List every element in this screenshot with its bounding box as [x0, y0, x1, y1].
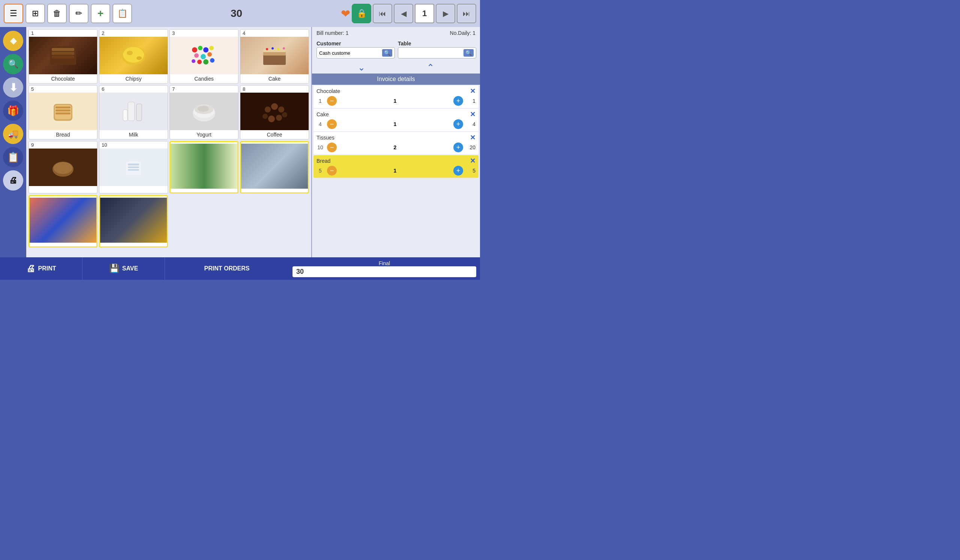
invoice-item-qty-tissues: 10 − 2 + 20	[317, 142, 475, 153]
right-panel: Bill number: 1 No.Daily: 1 Customer 🔍 Ta…	[311, 27, 480, 257]
print-icon: 🖨	[26, 263, 35, 274]
svg-point-45	[282, 112, 287, 117]
product-image-grocery	[171, 144, 237, 189]
svg-point-47	[54, 162, 72, 174]
qty-bread-num: 5	[317, 168, 324, 174]
add-button[interactable]: +	[91, 4, 110, 23]
table-field-group: Table 🔍	[398, 40, 476, 59]
delete-chocolate-button[interactable]: ✕	[470, 87, 475, 95]
qty-cake-plus[interactable]: +	[453, 119, 463, 129]
product-10[interactable]: 10	[99, 141, 168, 194]
svg-rect-32	[128, 102, 134, 121]
product-image-candies	[170, 37, 238, 74]
lock-icon[interactable]: 🔒	[352, 4, 371, 23]
qty-bread-minus[interactable]: −	[327, 166, 337, 176]
invoice-name-label: Chocolate	[317, 88, 340, 94]
arrow-up-button[interactable]: ⌃	[427, 62, 434, 73]
final-label: Final	[293, 260, 476, 266]
svg-point-14	[201, 54, 206, 59]
sidebar-item-diamond[interactable]: ◈	[3, 31, 23, 51]
svg-rect-34	[123, 110, 128, 121]
svg-point-12	[209, 46, 214, 50]
product-warehouse-cat[interactable]	[240, 141, 309, 194]
sidebar-item-clipboard[interactable]: 📋	[3, 147, 23, 167]
list-view-button[interactable]: ☰	[4, 4, 23, 23]
product-grocery-cat[interactable]	[170, 141, 238, 194]
favorites-icon[interactable]: ❤	[341, 7, 350, 20]
delete-tissues-button[interactable]: ✕	[470, 134, 475, 142]
qty-tissues-plus[interactable]: +	[453, 142, 463, 152]
svg-rect-29	[56, 107, 70, 109]
product-electronics-cat[interactable]	[99, 195, 168, 248]
product-chocolate[interactable]: 1 Chocolate	[29, 29, 98, 84]
svg-rect-31	[56, 112, 70, 114]
sidebar-item-truck[interactable]: 🚚	[3, 124, 23, 144]
product-number: 4	[240, 30, 309, 37]
svg-rect-2	[52, 52, 74, 55]
sidebar-item-search[interactable]: 🔍	[3, 54, 23, 74]
print-orders-button[interactable]: PRINT ORDERS	[165, 257, 289, 280]
qty-cake-minus[interactable]: −	[327, 119, 337, 129]
invoice-item-name-cake: Cake ✕	[317, 110, 475, 118]
product-bread[interactable]: 5 Bread	[29, 85, 98, 139]
product-candies[interactable]: 3 Candies	[170, 29, 238, 84]
product-number: 9	[29, 141, 97, 149]
product-milk[interactable]: 6 Milk	[99, 85, 168, 139]
svg-rect-4	[52, 59, 74, 62]
svg-point-13	[194, 53, 199, 58]
arrow-down-button[interactable]: ⌄	[358, 62, 365, 73]
print-label: PRINT	[38, 265, 56, 272]
copy-button[interactable]: 📋	[112, 4, 132, 23]
qty-cake-num: 4	[317, 121, 324, 127]
product-chipsy[interactable]: 2 Chipsy	[99, 29, 168, 84]
product-grid: 1 Chocolate 2 Chipsy 3	[29, 29, 309, 248]
left-sidebar: ◈ 🔍 ⬇ 🎁 🚚 📋 🖨	[0, 27, 26, 257]
nav-back-double[interactable]: ⏮	[373, 4, 392, 23]
grid-view-button[interactable]: ⊞	[26, 4, 45, 23]
svg-point-38	[198, 106, 209, 112]
product-clothing-cat[interactable]	[29, 195, 98, 248]
table-search-button[interactable]: 🔍	[464, 49, 474, 57]
qty-tissues-minus[interactable]: −	[327, 142, 337, 152]
delete-cake-button[interactable]: ✕	[470, 110, 475, 118]
nav-back[interactable]: ◀	[394, 4, 413, 23]
product-9[interactable]: 9	[29, 141, 98, 194]
qty-chocolate-minus[interactable]: −	[327, 96, 337, 106]
qty-chocolate-plus[interactable]: +	[453, 96, 463, 106]
product-image-electronics	[100, 198, 167, 243]
qty-bread-plus[interactable]: +	[453, 166, 463, 176]
product-image-9	[29, 149, 97, 186]
product-name-9	[62, 186, 64, 189]
save-button[interactable]: 💾 SAVE	[83, 257, 165, 280]
product-cake[interactable]: 4 Cake	[240, 29, 309, 84]
customer-table-row: Customer 🔍 Table 🔍	[312, 39, 480, 61]
customer-input[interactable]	[319, 50, 382, 56]
invoice-item-qty-cake: 4 − 1 + 4	[317, 118, 475, 130]
sidebar-item-register[interactable]: 🖨	[3, 170, 23, 190]
sidebar-item-download[interactable]: ⬇	[3, 77, 23, 98]
customer-search-button[interactable]: 🔍	[382, 49, 392, 57]
bill-number: Bill number: 1	[317, 30, 349, 36]
product-coffee[interactable]: 8 Coffee	[240, 85, 309, 139]
product-yogurt[interactable]: 7 Yogurt	[170, 85, 238, 139]
table-input[interactable]	[400, 50, 464, 56]
main-content: ◈ 🔍 ⬇ 🎁 🚚 📋 🖨 1 Chocolate 2 Chipsy	[0, 27, 480, 257]
nav-page-number: 1	[415, 4, 434, 23]
product-name-coffee: Coffee	[266, 130, 283, 139]
product-name-candies: Candies	[194, 74, 214, 83]
nav-forward[interactable]: ▶	[436, 4, 455, 23]
delete-bread-button[interactable]: ✕	[470, 157, 475, 165]
invoice-name-label: Tissues	[317, 134, 334, 141]
svg-rect-30	[56, 110, 70, 111]
sidebar-item-gift[interactable]: 🎁	[3, 101, 23, 121]
qty-tissues-unit: 2	[340, 144, 450, 150]
print-button[interactable]: 🖨 PRINT	[0, 257, 83, 280]
product-image-cake	[240, 37, 309, 74]
invoice-item-cake: Cake ✕ 4 − 1 + 4	[314, 109, 478, 131]
edit-button[interactable]: ✏	[69, 4, 88, 23]
svg-point-18	[203, 59, 208, 64]
trash-button[interactable]: 🗑	[47, 4, 67, 23]
nav-forward-double[interactable]: ⏭	[457, 4, 476, 23]
invoice-item-bread: Bread ✕ 5 − 1 + 5	[314, 155, 478, 178]
invoice-item-tissues: Tissues ✕ 10 − 2 + 20	[314, 132, 478, 155]
